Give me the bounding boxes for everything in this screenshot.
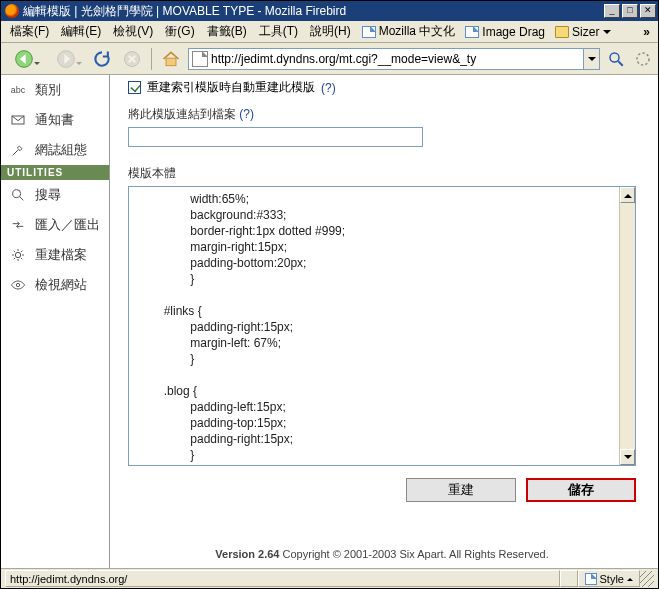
stop-button[interactable] (119, 46, 145, 72)
bookmark-mozilla-zh[interactable]: Mozilla 中文化 (358, 21, 460, 42)
tools-icon (9, 141, 27, 159)
svg-line-9 (20, 197, 23, 200)
url-bar[interactable] (188, 48, 600, 70)
home-icon (161, 49, 181, 69)
menu-file[interactable]: 檔案(F) (5, 21, 54, 42)
rebuild-button[interactable]: 重建 (406, 478, 516, 502)
chevron-down-icon (602, 27, 612, 37)
folder-icon (555, 26, 569, 38)
document-icon (585, 573, 597, 585)
save-button[interactable]: 儲存 (526, 478, 636, 502)
bookmark-sizer[interactable]: Sizer (551, 23, 616, 41)
document-icon (362, 26, 376, 38)
window-title: 編輯模版 | 光劍格鬥學院 | MOVABLE TYPE - Mozilla F… (23, 3, 604, 20)
stop-icon (122, 49, 142, 69)
sidebar-item-label: 網誌組態 (35, 141, 87, 159)
maximize-button[interactable]: □ (622, 4, 638, 18)
bookmark-label: Mozilla 中文化 (379, 23, 456, 40)
back-button[interactable] (5, 46, 43, 72)
sidebar-item-label: 匯入／匯出 (35, 216, 100, 234)
throbber-icon (634, 50, 652, 68)
menubar: 檔案(F) 編輯(E) 檢視(V) 衝(G) 書籤(B) 工具(T) 說明(H)… (1, 21, 658, 43)
eye-icon (9, 276, 27, 294)
sidebar-item-label: 通知書 (35, 111, 74, 129)
version-label: Version 2.64 (215, 548, 279, 560)
sidebar-item-label: 檢視網站 (35, 276, 87, 294)
menu-edit[interactable]: 編輯(E) (56, 21, 106, 42)
window-titlebar: 編輯模版 | 光劍格鬥學院 | MOVABLE TYPE - Mozilla F… (1, 1, 658, 21)
sidebar-item-view-site[interactable]: 檢視網站 (1, 270, 109, 300)
svg-point-11 (16, 283, 19, 286)
envelope-icon (9, 111, 27, 129)
reload-icon (92, 49, 112, 69)
url-dropdown[interactable] (583, 49, 599, 69)
bookmark-label: Sizer (572, 25, 599, 39)
scroll-up-button[interactable] (620, 187, 635, 203)
toolbar-separator (151, 48, 152, 70)
vertical-scrollbar[interactable] (619, 187, 635, 465)
copyright-text: Copyright © 2001-2003 Six Apart. All Rig… (280, 548, 549, 560)
menu-bookmarks[interactable]: 書籤(B) (202, 21, 252, 42)
chevron-up-icon (627, 575, 633, 581)
sidebar-item-rebuild[interactable]: 重建檔案 (1, 240, 109, 270)
scroll-down-button[interactable] (620, 449, 635, 465)
minimize-button[interactable]: _ (604, 4, 620, 18)
bookmark-image-drag[interactable]: Image Drag (461, 23, 549, 41)
sidebar-item-import-export[interactable]: 匯入／匯出 (1, 210, 109, 240)
reload-button[interactable] (89, 46, 115, 72)
footer: Version 2.64 Copyright © 2001-2003 Six A… (128, 548, 636, 560)
import-export-icon (9, 216, 27, 234)
nav-toolbar (1, 43, 658, 75)
style-switcher[interactable]: Style (578, 570, 640, 587)
bookmark-label: Image Drag (482, 25, 545, 39)
svg-point-10 (15, 252, 20, 257)
svg-point-6 (637, 53, 649, 65)
gear-icon (9, 246, 27, 264)
sidebar-item-search[interactable]: 搜尋 (1, 180, 109, 210)
close-button[interactable]: ✕ (640, 4, 656, 18)
mt-sidebar: abc 類別 通知書 網誌組態 UTILITIES 搜尋 匯入／匯出 (1, 75, 110, 568)
search-icon (607, 50, 625, 68)
sidebar-item-notifications[interactable]: 通知書 (1, 105, 109, 135)
home-button[interactable] (158, 46, 184, 72)
abc-icon: abc (9, 81, 27, 99)
template-body-textarea[interactable]: width:65%; background:#333; border-right… (129, 187, 619, 465)
menu-help[interactable]: 說明(H) (305, 21, 356, 42)
svg-point-4 (610, 53, 619, 62)
sidebar-item-weblog-config[interactable]: 網誌組態 (1, 135, 109, 165)
svg-point-8 (13, 190, 21, 198)
menu-go[interactable]: 衝(G) (160, 21, 199, 42)
sidebar-item-label: 搜尋 (35, 186, 61, 204)
status-text: http://jedimt.dyndns.org/ (5, 570, 560, 587)
auto-rebuild-label: 重建索引模版時自動重建此模版 (147, 79, 315, 96)
help-link[interactable]: (?) (239, 107, 254, 121)
chevron-down-icon (587, 54, 597, 64)
resize-grip[interactable] (640, 571, 654, 587)
style-switcher-label: Style (600, 573, 624, 585)
activity-throbber (632, 48, 654, 70)
link-file-input[interactable] (128, 127, 423, 147)
auto-rebuild-checkbox[interactable] (128, 81, 141, 94)
sidebar-item-categories[interactable]: abc 類別 (1, 75, 109, 105)
sidebar-item-label: 重建檔案 (35, 246, 87, 264)
scroll-track[interactable] (620, 203, 635, 449)
sidebar-utilities-header: UTILITIES (1, 165, 109, 180)
url-input[interactable] (211, 50, 583, 68)
help-link[interactable]: (?) (321, 81, 336, 95)
page-icon (192, 51, 208, 67)
main-content: 重建索引模版時自動重建此模版 (?) 將此模版連結到檔案 (?) 模版本體 wi… (110, 75, 658, 568)
menu-tools[interactable]: 工具(T) (254, 21, 303, 42)
link-file-label: 將此模版連結到檔案 (128, 107, 236, 121)
search-icon (9, 186, 27, 204)
svg-line-5 (618, 61, 623, 66)
go-button[interactable] (604, 48, 628, 70)
document-icon (465, 26, 479, 38)
menu-view[interactable]: 檢視(V) (108, 21, 158, 42)
svg-rect-3 (166, 58, 176, 65)
forward-button[interactable] (47, 46, 85, 72)
sidebar-item-label: 類別 (35, 81, 61, 99)
arrow-left-icon (14, 49, 34, 69)
menu-overflow[interactable]: » (639, 25, 654, 39)
statusbar: http://jedimt.dyndns.org/ Style (1, 568, 658, 588)
app-icon (5, 4, 19, 18)
